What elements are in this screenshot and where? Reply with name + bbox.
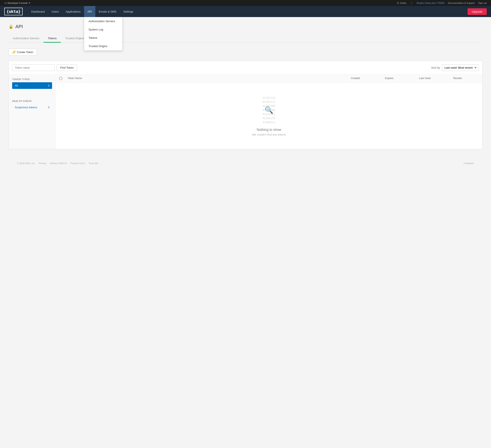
page-tabs: Authorization Servers Tokens Trusted Ori… [9, 35, 482, 43]
search-magnifier-icon: 🔍 [265, 105, 273, 116]
nav-emails[interactable]: Emails & SMS [95, 6, 120, 17]
console-label[interactable]: <> Developer Console ▼ [4, 2, 30, 4]
empty-state: 01101110 01101111 01101100 01101000 0110… [56, 83, 482, 149]
upgrade-button[interactable]: Upgrade [468, 8, 487, 15]
binary-line-1: 01101111 [263, 100, 275, 104]
find-token-button[interactable]: Find Token [57, 64, 77, 71]
nav-applications[interactable]: Applications [62, 6, 84, 17]
sidebar-all-count: 0 [48, 84, 49, 87]
col-token-name: Token Name [68, 77, 351, 81]
col-last-used: Last Used [419, 77, 453, 81]
dropdown-trusted-origins[interactable]: Trusted Origins [84, 42, 122, 50]
binary-line-5: 01101110 [263, 116, 275, 120]
footer-feedback[interactable]: Feedback [464, 162, 474, 165]
user-short: B. Kelley [397, 2, 406, 4]
page-title-row: 🔒 API [9, 24, 482, 29]
empty-title: Nothing to show [60, 128, 478, 132]
sidebar-all[interactable]: All 0 [12, 82, 52, 89]
top-bar: <> Developer Console ▼ B. Kelley • Brade… [0, 0, 491, 6]
footer-copyright: © 2018 Okta, Inc. [17, 162, 35, 165]
content-panel: Find Token Sort by Last used: Most recen… [9, 61, 482, 149]
search-left: Find Token [12, 64, 77, 71]
footer-left: © 2018 Okta, Inc. Privacy Version 2018.1… [17, 162, 98, 165]
nav-settings[interactable]: Settings [120, 6, 137, 17]
key-icon: 🔑 [12, 51, 16, 54]
page-title: API [15, 24, 23, 29]
console-text: <> Developer Console [4, 2, 28, 4]
dropdown-tokens[interactable]: Tokens [84, 34, 122, 42]
footer-privacy[interactable]: Privacy [39, 162, 47, 165]
nav-right: Upgrade [468, 8, 487, 15]
sort-select[interactable]: Last used: Most recent Created: Newest C… [442, 64, 479, 71]
sidebar-suspicious[interactable]: Suspicious tokens 0 [12, 104, 52, 111]
main-layout: TOKEN TYPES All 0 HEALTH CHECK Suspiciou… [9, 75, 482, 149]
col-revoke: Revoke [453, 77, 479, 81]
table-area: Token Name Created Expires Last Used Rev… [56, 75, 482, 149]
binary-line-6: 01100111 [263, 120, 275, 124]
sidebar-divider [9, 94, 56, 95]
user-full-link[interactable]: Braden Kelley-dev-778285 [416, 2, 444, 4]
lock-icon: 🔒 [9, 24, 13, 29]
separator: • [411, 2, 412, 4]
empty-subtitle: We couldn't find any tokens [60, 133, 478, 136]
dropdown-system-log[interactable]: System Log [84, 25, 122, 34]
create-token-label: Create Token [17, 51, 33, 54]
create-token-button[interactable]: 🔑 Create Token [9, 49, 37, 56]
sidebar-all-label: All [15, 84, 18, 87]
signout-link[interactable]: Sign out [478, 2, 487, 4]
nav-items: Dashboard Users Applications API Authori… [28, 6, 137, 17]
token-types-label: TOKEN TYPES [12, 78, 52, 81]
health-check-section: HEALTH CHECK Suspicious tokens 0 [9, 96, 56, 114]
docs-link[interactable]: Documentation & Support [448, 2, 475, 4]
col-created: Created [351, 77, 385, 81]
col-checkbox [59, 77, 68, 81]
api-dropdown: Authorization Servers System Log Tokens … [84, 17, 123, 51]
sort-label: Sort by [431, 66, 440, 69]
binary-line-0: 01101110 [263, 96, 275, 100]
suspicious-count: 0 [48, 106, 49, 109]
main-nav: {okta} Dashboard Users Applications API … [0, 6, 491, 17]
top-bar-right: B. Kelley • Braden Kelley-dev-778285 Doc… [397, 2, 487, 4]
token-search-input[interactable] [12, 64, 55, 71]
suspicious-label: Suspicious tokens [15, 106, 37, 109]
binary-visual: 01101110 01101111 01101100 01101000 0110… [263, 96, 275, 124]
token-types-section: TOKEN TYPES All 0 [9, 75, 56, 93]
okta-logo[interactable]: {okta} [4, 8, 23, 15]
table-header: Token Name Created Expires Last Used Rev… [56, 75, 482, 83]
sort-bar: Sort by Last used: Most recent Created: … [431, 64, 479, 71]
col-expires: Expires [385, 77, 419, 81]
footer-preview-cell: Preview Cell 1 [70, 162, 85, 165]
footer-trust-site[interactable]: Trust site [89, 162, 98, 165]
tab-tokens[interactable]: Tokens [44, 35, 61, 43]
nav-dashboard[interactable]: Dashboard [28, 6, 48, 17]
search-bar: Find Token Sort by Last used: Most recen… [9, 61, 482, 75]
page-footer: © 2018 Okta, Inc. Privacy Version 2018.1… [9, 158, 482, 169]
page-content: 🔒 API Authorization Servers Tokens Trust… [0, 17, 491, 176]
footer-version: Version 2018.13 [50, 162, 67, 165]
dropdown-auth-servers[interactable]: Authorization Servers [84, 17, 122, 25]
nav-users[interactable]: Users [48, 6, 62, 17]
health-check-label: HEALTH CHECK [12, 100, 52, 102]
sidebar: TOKEN TYPES All 0 HEALTH CHECK Suspiciou… [9, 75, 56, 149]
nav-api[interactable]: API Authorization Servers System Log Tok… [84, 6, 95, 17]
tab-auth-servers[interactable]: Authorization Servers [9, 35, 44, 43]
chevron-icon: ▼ [28, 2, 30, 4]
